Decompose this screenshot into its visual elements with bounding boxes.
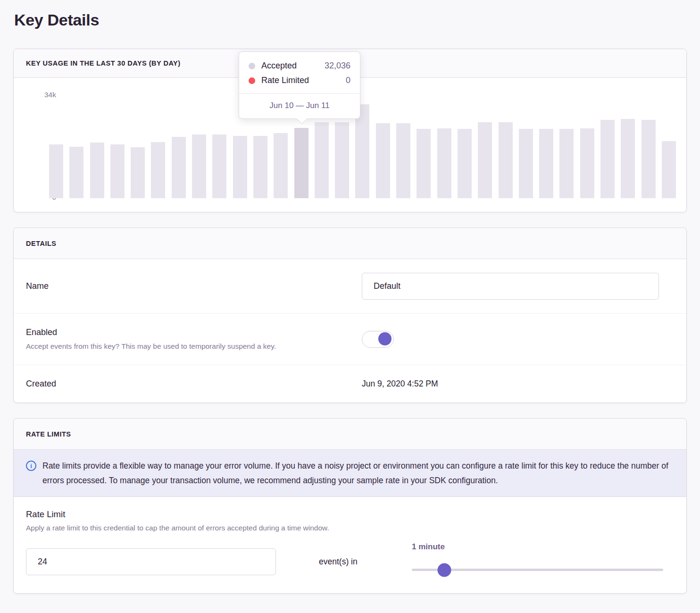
chart-bar[interactable] [172,137,186,198]
rate-limit-controls: event(s) in 1 minute [26,548,674,575]
chart-bar[interactable] [90,143,104,198]
chart-bar[interactable] [458,129,472,198]
rate-limit-label: Rate Limit [26,509,674,520]
chart-tooltip: Accepted 32,036 Rate Limited 0 Jun 10 — … [239,51,360,119]
time-window-slider: 1 minute [412,542,663,571]
chart-bar[interactable] [335,122,349,198]
time-window-value-label: 1 minute [412,542,663,552]
accepted-dot-icon [249,63,255,69]
chart-bar[interactable] [396,123,410,198]
tooltip-row-accepted: Accepted 32,036 [249,59,350,73]
enabled-label: Enabled [26,327,362,337]
chart-bar[interactable] [437,128,451,198]
chart-bar[interactable] [192,134,206,198]
chart-bar[interactable] [559,129,574,198]
chart-bar[interactable] [274,133,288,198]
rate-limit-row: Rate Limit Apply a rate limit to this cr… [14,497,686,593]
rate-limited-dot-icon [249,77,255,84]
chart-bar[interactable] [69,147,83,198]
details-panel: DETAILS Name Enabled Accept events from … [13,227,687,403]
chart-bar[interactable] [478,122,492,198]
created-row: Created Jun 9, 2020 4:52 PM [14,365,686,403]
tooltip-rate-limited-label: Rate Limited [261,73,309,88]
name-input[interactable] [362,273,659,300]
y-axis-max-label: 34k [14,91,56,99]
chart-bar[interactable] [151,142,165,198]
details-panel-header: DETAILS [14,228,686,259]
rate-limits-alert-text: Rate limits provide a flexible way to ma… [42,459,671,488]
page: Key Details KEY USAGE IN THE LAST 30 DAY… [0,0,700,594]
rate-limits-info-alert: i Rate limits provide a flexible way to … [14,450,686,497]
toggle-knob-icon [378,332,392,345]
events-in-label: event(s) in [319,548,358,575]
name-row: Name [14,259,686,314]
chart-bar[interactable] [539,129,553,198]
enabled-toggle[interactable] [362,331,394,348]
chart-bar[interactable] [621,119,635,198]
tooltip-accepted-label: Accepted [261,59,297,73]
enabled-row: Enabled Accept events from this key? Thi… [14,314,686,365]
chart-bar[interactable] [212,134,226,198]
chart-bar[interactable] [499,122,513,198]
chart-bar[interactable] [376,123,390,198]
tooltip-date-range: Jun 10 — Jun 11 [239,93,360,118]
tooltip-row-rate-limited: Rate Limited 0 [249,73,350,88]
chart-bar[interactable] [49,144,63,198]
rate-limits-panel: RATE LIMITS i Rate limits provide a flex… [13,418,687,594]
chart-bar[interactable] [662,141,676,198]
info-icon: i [26,461,36,471]
chart-bar[interactable] [519,129,533,198]
chart-bar[interactable] [253,136,267,198]
chart-bar[interactable] [315,122,329,198]
page-title: Key Details [13,0,687,49]
rate-limit-help-text: Apply a rate limit to this credential to… [26,524,674,532]
created-label: Created [26,379,362,389]
slider-track[interactable] [412,569,663,571]
rate-limit-count-input[interactable] [26,548,276,575]
enabled-help-text: Accept events from this key? This may be… [26,341,362,352]
chart-bar[interactable] [417,129,431,198]
chart-bar[interactable] [642,120,656,198]
chart-bar[interactable] [600,120,615,198]
tooltip-body: Accepted 32,036 Rate Limited 0 [239,52,360,93]
chart-bar[interactable] [580,128,594,198]
chart-bar[interactable] [131,147,145,198]
created-value: Jun 9, 2020 4:52 PM [362,379,674,389]
chart-bar[interactable] [294,128,308,198]
slider-knob[interactable] [438,563,451,577]
usage-panel: KEY USAGE IN THE LAST 30 DAYS (BY DAY) 3… [13,49,687,212]
tooltip-accepted-value: 32,036 [325,59,350,73]
chart-bar[interactable] [233,136,247,198]
chart-bars [49,104,676,198]
tooltip-rate-limited-value: 0 [346,73,350,88]
rate-limits-panel-header: RATE LIMITS [14,419,686,450]
chart-bar[interactable] [110,144,125,198]
name-label: Name [26,281,362,291]
